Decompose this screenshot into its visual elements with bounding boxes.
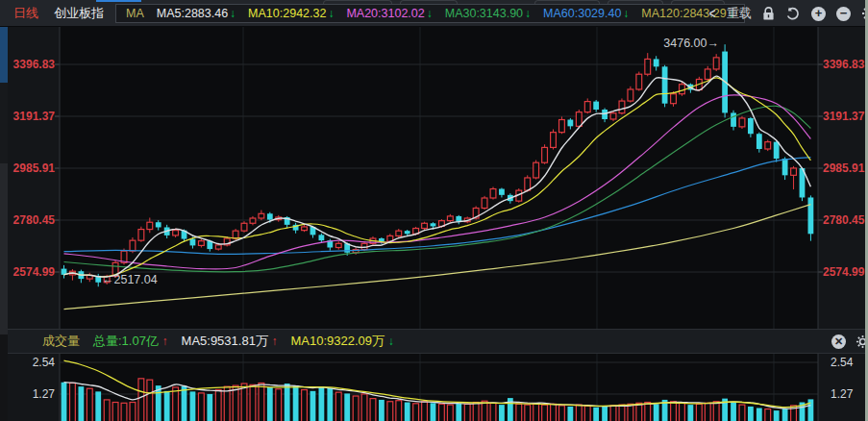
up-arrow-icon: ↑ <box>272 334 278 348</box>
price-axis-label: 2985.91 <box>0 161 55 176</box>
reload-button[interactable]: 重载 <box>727 5 752 22</box>
volume-chart[interactable] <box>0 354 868 421</box>
down-arrow-icon: ↓ <box>525 7 531 20</box>
down-arrow-icon: ↓ <box>427 7 433 20</box>
ma60-value: MA60:3029.40 ↓ <box>543 7 629 20</box>
down-arrow-icon: ↓ <box>623 7 629 20</box>
price-axis-label: 2985.91 <box>823 161 864 176</box>
undo-icon[interactable] <box>785 7 801 21</box>
chart-toolbar: 日线 创业板指 MA MA5:2883.46 ↓ MA10:2942.32 ↓ … <box>0 0 868 27</box>
tab-symbol-chinext[interactable]: 创业板指 <box>54 5 104 22</box>
price-axis-label: 3191.37 <box>0 109 55 124</box>
price-axis-label: 2574.99 <box>0 264 55 280</box>
volume-axis-label: 1.27 <box>0 386 55 402</box>
ma20-value: MA20:3102.02 ↓ <box>346 7 432 20</box>
lock-icon[interactable] <box>762 7 775 21</box>
zoom-out-icon[interactable]: − <box>836 7 851 21</box>
zoom-in-icon[interactable]: + <box>811 7 826 21</box>
ma-legend: MA MA5:2883.46 ↓ MA10:2942.32 ↓ MA20:310… <box>115 4 745 23</box>
up-arrow-icon: ↑ <box>162 334 168 348</box>
ghost-tab <box>400 0 458 4</box>
volume-ma10: MA10:9322.09万 ↓ <box>291 333 394 350</box>
price-axis-label: 2574.99 <box>823 264 864 280</box>
ghost-tab <box>608 0 663 4</box>
left-edge-panel <box>0 163 8 334</box>
ma5-value: MA5:2883.46 ↓ <box>157 7 236 20</box>
price-axis-label: 2780.45 <box>823 212 864 228</box>
trading-app-window: 日线 创业板指 MA MA5:2883.46 ↓ MA10:2942.32 ↓ … <box>0 0 868 421</box>
volume-total: 总量:1.07亿 ↑ <box>93 333 168 350</box>
collapse-legend-icon[interactable]: < <box>709 6 716 21</box>
down-arrow-icon: ↓ <box>388 334 394 348</box>
left-edge-panel <box>0 83 8 163</box>
ma10-value: MA10:2942.32 ↓ <box>248 7 334 20</box>
volume-ma5: MA5:9531.81万 ↑ <box>182 333 278 350</box>
left-edge-panel <box>0 27 8 83</box>
annotation-low: ←2517.04 <box>102 273 158 286</box>
ma-legend-title: MA <box>126 7 144 20</box>
down-arrow-icon: ↓ <box>328 7 334 20</box>
price-axis-label: 3191.37 <box>823 109 864 124</box>
volume-axis-label: 2.54 <box>831 355 853 370</box>
active-tab-indicator <box>96 0 141 2</box>
price-axis-label: 2780.45 <box>0 212 55 228</box>
volume-header: 成交量 总量:1.07亿 ↑ MA5:9531.81万 ↑ MA10:9322.… <box>0 329 868 354</box>
price-axis-label: 3396.83 <box>0 57 55 72</box>
price-axis-label: 3396.83 <box>823 57 864 72</box>
down-arrow-icon: ↓ <box>230 7 236 20</box>
ghost-tab <box>534 0 600 4</box>
ghost-tab <box>323 0 392 4</box>
toolbar-actions: < 重载 + − <box>708 0 868 27</box>
left-edge-panel <box>0 334 8 421</box>
volume-axis-label: 2.54 <box>0 355 55 370</box>
tab-period-daily[interactable]: 日线 <box>13 5 38 22</box>
volume-axis-label: 1.27 <box>831 386 853 402</box>
volume-panel-actions: ✕ <box>831 330 862 353</box>
annotation-high: 3476.00→ <box>615 37 719 50</box>
volume-title: 成交量 <box>42 333 80 350</box>
close-panel-icon[interactable]: ✕ <box>831 334 846 349</box>
ma30-value: MA30:3143.90 ↓ <box>445 7 531 20</box>
